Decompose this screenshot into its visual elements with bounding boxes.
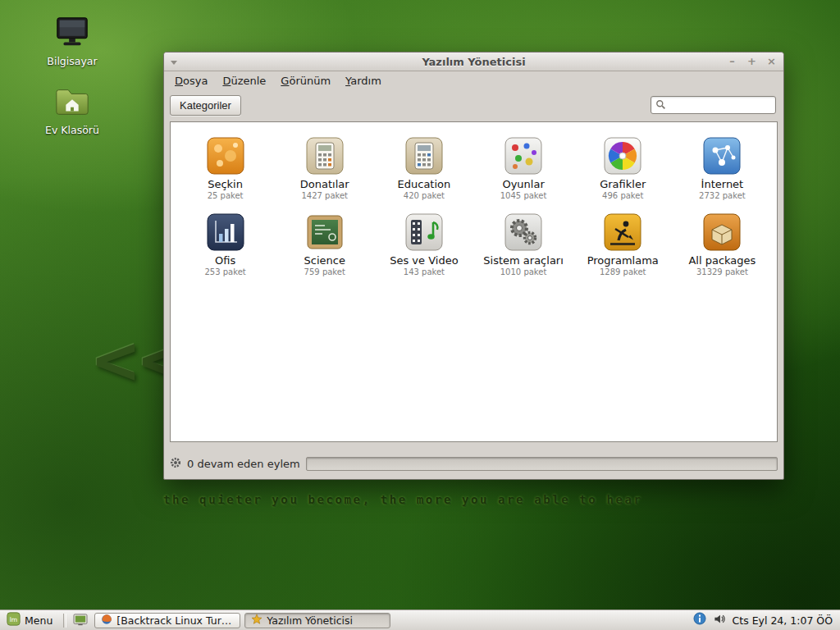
categories-button[interactable]: Kategoriler: [170, 95, 241, 116]
computer-icon: [37, 13, 107, 52]
category-accessories[interactable]: Donatılar 1427 paket: [275, 135, 374, 202]
featured-icon: [206, 136, 245, 176]
category-count: 2732 paket: [674, 191, 770, 200]
taskbar-window-software-manager[interactable]: Yazılım Yöneticisi: [244, 613, 390, 628]
category-name: All packages: [674, 254, 770, 267]
category-name: İnternet: [674, 178, 770, 190]
menu-view[interactable]: Görünüm: [273, 72, 338, 89]
category-count: 1010 paket: [475, 267, 571, 276]
info-tray-icon[interactable]: [693, 612, 706, 628]
menu-file[interactable]: Dosya: [167, 72, 215, 89]
category-system-tools[interactable]: Sistem araçları 1010 paket: [473, 211, 573, 278]
software-manager-icon: [251, 613, 262, 628]
games-icon: [504, 136, 543, 176]
category-sound-video[interactable]: Ses ve Video 143 paket: [374, 211, 473, 278]
menu-label: Menu: [25, 614, 52, 627]
svg-text:lm: lm: [10, 616, 18, 623]
browser-icon: [101, 613, 112, 628]
category-office[interactable]: Ofis 253 paket: [176, 211, 275, 278]
category-count: 1289 paket: [575, 267, 671, 276]
category-name: Seçkin: [177, 178, 273, 190]
category-count: 759 paket: [276, 267, 372, 276]
category-name: Education: [376, 178, 472, 190]
sound-video-icon: [404, 212, 444, 252]
software-manager-window: Yazılım Yöneticisi – + × Dosya Düzenle G…: [163, 52, 784, 480]
menu-help[interactable]: Yardım: [338, 72, 389, 89]
category-name: Science: [276, 254, 372, 267]
maximize-button[interactable]: +: [746, 56, 758, 68]
category-internet[interactable]: İnternet 2732 paket: [673, 135, 772, 202]
search-icon: [655, 98, 666, 113]
category-count: 253 paket: [177, 267, 273, 276]
taskbar-window-backtrack[interactable]: [Backtrack Linux Turk...: [94, 613, 240, 628]
category-name: Grafikler: [575, 178, 671, 190]
window-title: Yazılım Yöneticisi: [164, 56, 783, 68]
category-count: 25 paket: [177, 191, 273, 200]
titlebar[interactable]: Yazılım Yöneticisi – + ×: [164, 52, 783, 71]
gear-icon: [170, 456, 181, 472]
toolbar: Kategoriler: [164, 90, 783, 121]
category-count: 496 paket: [575, 191, 671, 200]
statusbar: 0 devam eden eylem: [170, 454, 778, 473]
progress-bar: [306, 457, 778, 471]
category-count: 31329 paket: [674, 267, 770, 276]
internet-icon: [702, 136, 742, 176]
categories-panel: Seçkin 25 paket: [170, 121, 778, 442]
system-tools-icon: [504, 212, 543, 252]
desktop-icon-label: Ev Klasörü: [37, 124, 107, 136]
category-science[interactable]: Science 759 paket: [275, 211, 374, 278]
close-button[interactable]: ×: [765, 56, 778, 68]
graphics-icon: [603, 136, 642, 176]
category-name: Programlama: [575, 254, 671, 267]
category-graphics[interactable]: Grafikler 496 paket: [573, 135, 673, 202]
menubar: Dosya Düzenle Görünüm Yardım: [164, 71, 783, 90]
taskbar-separator: [63, 614, 66, 628]
category-name: Ofis: [177, 254, 273, 267]
category-programming[interactable]: Programlama 1289 paket: [573, 211, 673, 278]
show-desktop-button[interactable]: [71, 613, 90, 628]
category-featured[interactable]: Seçkin 25 paket: [176, 135, 275, 202]
category-count: 420 paket: [376, 191, 472, 200]
all-packages-icon: [702, 212, 742, 252]
taskbar-window-label: Yazılım Yöneticisi: [267, 614, 353, 627]
category-count: 143 paket: [376, 267, 472, 276]
mint-logo-icon: lm: [7, 612, 21, 628]
desktop-icon-label: Bilgisayar: [37, 55, 107, 67]
programming-icon: [603, 212, 642, 252]
home-folder-icon: [37, 82, 107, 121]
wallpaper-quote: the quieter you become, the more you are…: [163, 493, 643, 506]
volume-icon[interactable]: [713, 613, 726, 628]
taskbar-window-label: [Backtrack Linux Turk...: [116, 614, 234, 627]
desktop-icon-computer[interactable]: Bilgisayar: [37, 13, 107, 67]
category-name: Oyunlar: [475, 178, 571, 190]
system-tray: Cts Eyl 24, 1:07 ÖÖ: [693, 612, 836, 628]
category-count: 1045 paket: [475, 191, 571, 200]
category-grid: Seçkin 25 paket: [171, 122, 777, 278]
category-education[interactable]: Education 420 paket: [374, 135, 473, 202]
search-box: [651, 96, 776, 114]
category-name: Donatılar: [276, 178, 372, 190]
search-input[interactable]: [669, 99, 771, 111]
mint-menu-button[interactable]: lm Menu: [4, 611, 59, 629]
category-count: 1427 paket: [276, 191, 372, 200]
category-games[interactable]: Oyunlar 1045 paket: [473, 135, 573, 202]
category-name: Ses ve Video: [376, 254, 472, 267]
status-text: 0 devam eden eylem: [187, 458, 300, 470]
category-name: Sistem araçları: [475, 254, 571, 267]
science-icon: [305, 212, 345, 252]
taskbar: lm Menu [Backtrack Linux Turk... Yazılım…: [0, 609, 840, 630]
office-icon: [206, 212, 245, 252]
menu-edit[interactable]: Düzenle: [215, 72, 273, 89]
desktop-icon-home[interactable]: Ev Klasörü: [37, 82, 107, 136]
education-icon: [404, 136, 444, 176]
clock[interactable]: Cts Eyl 24, 1:07 ÖÖ: [733, 614, 833, 627]
minimize-button[interactable]: –: [726, 56, 738, 68]
accessories-icon: [305, 136, 345, 176]
category-all-packages[interactable]: All packages 31329 paket: [673, 211, 772, 278]
